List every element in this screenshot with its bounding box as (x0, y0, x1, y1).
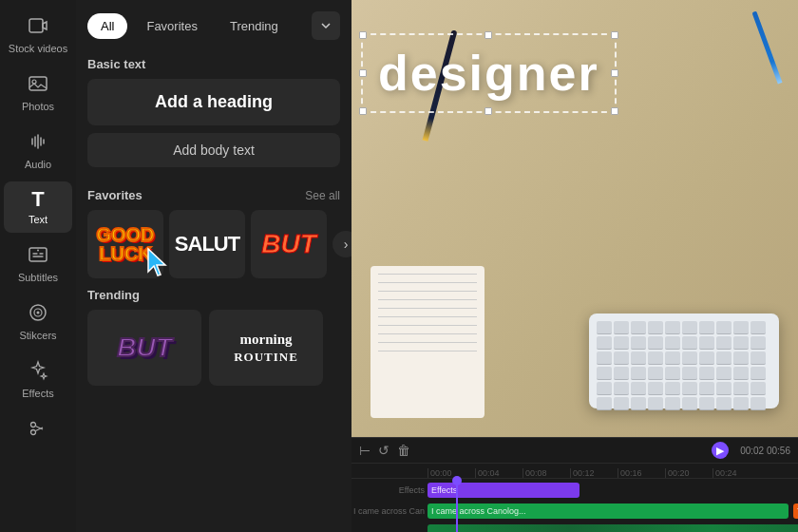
timeline-trash-icon[interactable]: 🗑 (397, 443, 410, 458)
effects-icon (28, 360, 48, 384)
keyboard-key (750, 352, 766, 365)
svg-point-4 (37, 250, 39, 252)
sidebar-item-stickers[interactable]: Stikcers (4, 294, 72, 349)
handle-bottom-mid[interactable] (484, 107, 492, 115)
track-clip-video[interactable] (428, 524, 798, 532)
canvas-text-box[interactable]: designer (361, 33, 617, 113)
notebook-line (378, 299, 477, 300)
notebook-line (378, 342, 477, 343)
keyboard-key (631, 321, 646, 334)
ruler-marks: 00:00 00:04 00:08 00:12 00:16 00:20 00:2… (428, 468, 760, 478)
keyboard-key (750, 397, 766, 410)
sticker-salut-text: SALUT (175, 234, 239, 255)
add-heading-button[interactable]: Add a heading (87, 79, 340, 125)
keyboard-key (614, 397, 629, 410)
see-all-link[interactable]: See all (305, 189, 340, 202)
handle-top-mid[interactable] (484, 31, 492, 39)
scissors-icon (28, 418, 48, 442)
track-video (428, 522, 798, 532)
ruler-mark: 00:00 (428, 468, 475, 478)
sidebar-item-label: Photos (22, 101, 54, 112)
keyboard-key (733, 336, 749, 350)
canvas-area[interactable]: // render keys const kb = document.query… (352, 0, 798, 437)
keyboard-key (665, 397, 680, 410)
sidebar-item-subtitles[interactable]: Subtitles (4, 237, 72, 291)
keyboard-key (597, 352, 612, 365)
notebook-line (378, 274, 477, 275)
favorites-title: Favorites (87, 188, 142, 202)
handle-top-right[interactable] (611, 31, 618, 39)
handle-top-left[interactable] (359, 31, 367, 39)
tab-favorites[interactable]: Favorites (133, 13, 210, 39)
keyboard-key (682, 352, 697, 365)
sticker-but-purple[interactable]: BUT (87, 310, 201, 386)
notebook-lines (370, 266, 484, 359)
tab-dropdown-button[interactable] (312, 11, 340, 40)
keyboard-key (648, 367, 663, 380)
timeline-cut-icon[interactable]: ⊢ (359, 443, 370, 458)
sticker-but-yellow[interactable]: BUT (251, 210, 327, 278)
timeline-tracks[interactable]: 00:00 00:04 00:08 00:12 00:16 00:20 00:2… (352, 464, 798, 532)
keyboard-key (750, 336, 766, 350)
keyboard-key (614, 321, 629, 334)
handle-mid-right[interactable] (611, 69, 618, 77)
timeline-ruler: 00:00 00:04 00:08 00:12 00:16 00:20 00:2… (352, 464, 798, 479)
sidebar-item-label: Stock videos (9, 43, 67, 54)
ruler-mark: 00:04 (475, 468, 522, 478)
sidebar-item-effects[interactable]: Effects (4, 352, 72, 407)
add-body-button[interactable]: Add body text (87, 133, 340, 167)
sticker-good-luck[interactable]: GOODLUCK (87, 210, 163, 278)
sidebar: Stock videos Photos Audio T Text (0, 0, 76, 532)
keyboard-key (614, 336, 629, 350)
keyboard-key (648, 382, 663, 395)
keyboard-key (750, 382, 766, 395)
keyboard-key (750, 367, 766, 380)
sticker-morning-routine[interactable]: morningROUTINE (209, 310, 323, 386)
svg-rect-0 (29, 19, 43, 32)
tab-all[interactable]: All (87, 13, 127, 39)
notebook-line (378, 316, 477, 317)
sidebar-item-text[interactable]: T Text (4, 181, 72, 233)
keyboard-key (648, 397, 663, 410)
handle-mid-left[interactable] (359, 69, 367, 77)
keyboard-key (631, 367, 646, 380)
notebook-line (378, 351, 477, 352)
stickers-scroll-right[interactable]: › (332, 231, 352, 257)
trending-stickers-row: BUT morningROUTINE (87, 310, 340, 386)
photos-icon (28, 73, 48, 97)
svg-point-7 (37, 312, 40, 314)
sidebar-item-audio[interactable]: Audio (4, 124, 72, 178)
handle-bottom-left[interactable] (359, 107, 367, 115)
keyboard-key (682, 397, 697, 410)
keyboard-key (682, 321, 697, 334)
sidebar-item-photos[interactable]: Photos (4, 66, 72, 120)
track-clip-effects-1[interactable]: Effects (428, 483, 580, 498)
svg-rect-1 (29, 77, 47, 90)
sidebar-item-stock-videos[interactable]: Stock videos (4, 8, 72, 62)
track-effects-1: Effects Effects Effects (428, 481, 798, 500)
handle-bottom-right[interactable] (611, 107, 618, 115)
keyboard-key (716, 397, 732, 410)
keyboard-key (699, 336, 714, 350)
keyboard-key (682, 336, 697, 350)
timeline-undo-icon[interactable]: ↺ (378, 443, 390, 458)
text-icon: T (31, 189, 44, 210)
blue-pen-prop (751, 11, 782, 85)
track-clip-came-across[interactable]: I came across Canolog... (428, 504, 788, 519)
tab-trending[interactable]: Trending (217, 13, 292, 39)
stickers-icon (28, 302, 48, 326)
canvas-text: designer (378, 45, 599, 102)
sticker-but-yellow-text: BUT (261, 231, 316, 257)
sticker-salut[interactable]: SALUT (169, 210, 245, 278)
sidebar-item-label: Effects (22, 388, 53, 399)
track-clip-text[interactable]: T Text (793, 504, 798, 519)
sidebar-item-label: Stikcers (19, 330, 56, 341)
notebook-line (378, 333, 477, 334)
keyboard-key (631, 382, 646, 395)
keyboard-key (665, 352, 680, 365)
timeline-playhead-line (456, 479, 458, 532)
ruler-mark: 00:20 (665, 468, 712, 478)
sidebar-item-label: Text (28, 214, 48, 225)
panel-tabs: All Favorites Trending (76, 0, 352, 48)
sidebar-item-more[interactable] (4, 410, 72, 449)
